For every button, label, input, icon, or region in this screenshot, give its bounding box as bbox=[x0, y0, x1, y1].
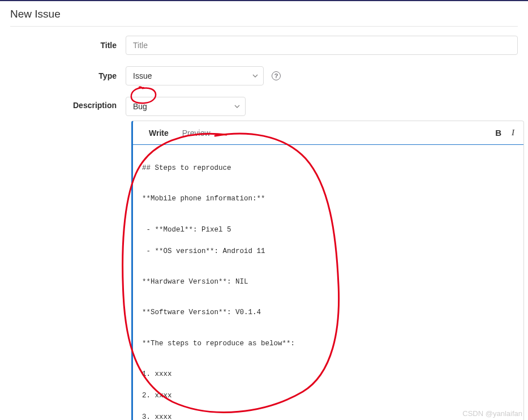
page-header: New Issue bbox=[0, 1, 528, 26]
help-icon[interactable]: ? bbox=[272, 71, 281, 80]
editor-line: **The steps to reproduce as below**: bbox=[142, 338, 514, 349]
editor-line: **Software Version**: V0.1.4 bbox=[142, 307, 514, 318]
title-input[interactable] bbox=[126, 36, 518, 55]
tab-write[interactable]: Write bbox=[142, 122, 175, 143]
editor-line: **Hardware Version**: NIL bbox=[142, 277, 514, 287]
row-title: Title bbox=[0, 36, 528, 55]
editor-line: **Mobile phone information:** bbox=[142, 194, 514, 204]
watermark: CSDN @yanlaifan bbox=[462, 409, 522, 418]
editor-line: ## Steps to reproduce bbox=[142, 163, 514, 173]
description-template-select[interactable]: Bug bbox=[126, 97, 246, 116]
row-type: Type Issue ? bbox=[0, 66, 528, 85]
row-description: Description Bug bbox=[0, 97, 528, 116]
editor-textarea[interactable]: ## Steps to reproduce **Mobile phone inf… bbox=[133, 145, 523, 420]
type-select[interactable]: Issue bbox=[126, 66, 264, 85]
page-title: New Issue bbox=[10, 8, 518, 20]
editor-line: - **OS version**: Android 11 bbox=[142, 246, 514, 256]
editor-line: 2. xxxx bbox=[142, 391, 514, 401]
editor-line: 1. xxxx bbox=[142, 369, 514, 379]
label-type: Type bbox=[0, 71, 126, 80]
bold-button[interactable]: B bbox=[495, 128, 501, 138]
issue-form: Title Type Issue ? Description Bug bbox=[0, 27, 528, 420]
editor-line: 3. xxxx bbox=[142, 412, 514, 420]
label-title: Title bbox=[0, 41, 126, 50]
label-description: Description bbox=[0, 97, 126, 110]
italic-button[interactable]: I bbox=[512, 128, 514, 138]
editor-tabbar: Write Preview B I bbox=[133, 121, 523, 145]
tab-preview[interactable]: Preview bbox=[175, 122, 217, 143]
description-editor: Write Preview B I ## Steps to reproduce … bbox=[131, 121, 524, 420]
editor-line: - **Model**: Pixel 5 bbox=[142, 225, 514, 235]
